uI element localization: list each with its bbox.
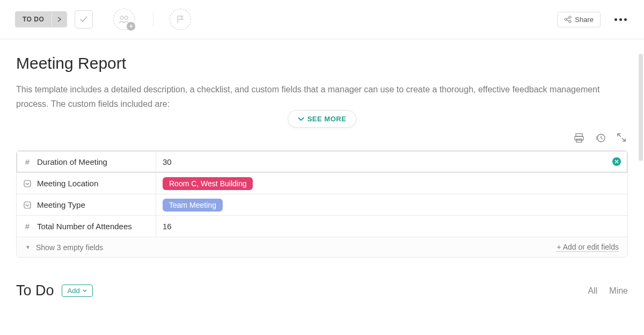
expand-icon[interactable] [617, 133, 626, 142]
content-area: Meeting Report This template includes a … [0, 39, 644, 299]
priority-button[interactable] [170, 9, 191, 30]
filter-all[interactable]: All [588, 286, 598, 296]
fields-table-footer: ▼ Show 3 empty fields + Add or edit fiel… [17, 237, 627, 257]
close-icon [614, 159, 619, 164]
custom-fields-table: # Duration of Meeting 30 Meeting Locatio… [16, 150, 628, 258]
add-task-button[interactable]: Add [62, 285, 93, 297]
dropdown-icon [23, 201, 32, 209]
field-value-type[interactable]: Team Meeting [156, 195, 627, 215]
chevron-down-icon [298, 117, 304, 121]
svg-point-4 [569, 20, 571, 23]
field-row-location: Meeting Location Room C, West Building [17, 172, 627, 194]
page-description: This template includes a detailed descri… [16, 82, 606, 111]
svg-rect-7 [576, 139, 582, 142]
page-title: Meeting Report [16, 54, 628, 72]
scrollbar[interactable] [639, 54, 643, 161]
history-icon[interactable] [596, 133, 605, 143]
clear-value-button[interactable] [612, 157, 621, 166]
status-pill: TO DO [15, 11, 67, 27]
tag-type: Team Meeting [163, 199, 223, 212]
share-label: Share [575, 16, 594, 24]
field-row-duration: # Duration of Meeting 30 [17, 151, 627, 172]
number-icon: # [23, 222, 32, 231]
share-icon [564, 16, 572, 23]
svg-rect-5 [576, 134, 582, 136]
share-button[interactable]: Share [557, 12, 601, 27]
section-title: To Do [16, 282, 54, 299]
dropdown-icon [23, 180, 32, 187]
number-icon: # [23, 157, 32, 166]
field-value-location[interactable]: Room C, West Building [156, 174, 627, 193]
tag-location: Room C, West Building [163, 177, 253, 190]
add-edit-fields-link[interactable]: + Add or edit fields [557, 243, 619, 252]
status-label[interactable]: TO DO [15, 11, 52, 27]
header-actions [16, 133, 628, 143]
field-row-attendees: # Total Number of Attendees 16 [17, 215, 627, 237]
show-empty-fields-toggle[interactable]: Show 3 empty fields [36, 243, 103, 252]
field-label-type: Meeting Type [17, 194, 156, 215]
svg-point-1 [125, 16, 128, 19]
field-label-duration: # Duration of Meeting [17, 151, 156, 172]
status-next-button[interactable] [52, 12, 67, 26]
field-label-location: Meeting Location [17, 173, 156, 194]
filter-tabs: All Mine [588, 286, 628, 296]
see-more-label: SEE MORE [308, 115, 347, 123]
plus-icon: + [127, 22, 135, 31]
chevron-down-icon[interactable]: ▼ [25, 244, 31, 250]
divider [153, 12, 153, 26]
field-label-attendees: # Total Number of Attendees [17, 216, 156, 237]
field-value-duration[interactable]: 30 [156, 154, 627, 170]
filter-mine[interactable]: Mine [609, 286, 628, 296]
top-toolbar: TO DO + Share [0, 0, 644, 39]
field-row-type: Meeting Type Team Meeting [17, 194, 627, 215]
see-more-button[interactable]: SEE MORE [288, 110, 357, 128]
chevron-down-icon [83, 289, 87, 293]
field-value-attendees[interactable]: 16 [156, 219, 627, 234]
print-icon[interactable] [574, 133, 584, 143]
svg-point-0 [120, 16, 123, 19]
mark-complete-button[interactable] [75, 10, 93, 28]
svg-point-3 [569, 16, 571, 18]
svg-rect-10 [24, 202, 31, 208]
assignee-button[interactable]: + [113, 9, 135, 30]
todo-section-header: To Do Add All Mine [16, 282, 628, 299]
flag-icon [177, 15, 184, 24]
more-menu-button[interactable] [612, 16, 629, 23]
svg-point-2 [565, 18, 567, 20]
svg-rect-9 [24, 180, 31, 187]
